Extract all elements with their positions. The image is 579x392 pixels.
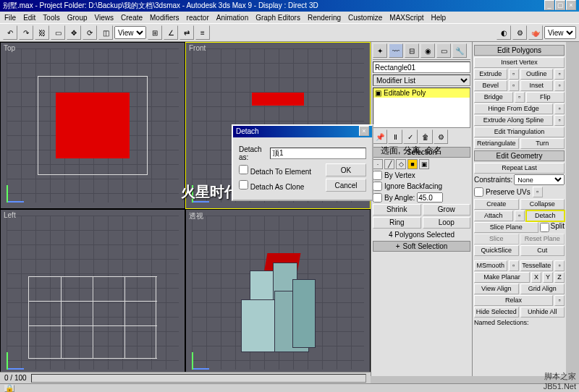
insert-vertex-button[interactable]: Insert Vertex (474, 57, 565, 68)
split-checkbox[interactable] (540, 222, 549, 233)
view-align-button[interactable]: View Align (474, 284, 519, 294)
create-tab-icon[interactable]: ✦ (373, 43, 387, 58)
edge-subobj-icon[interactable]: ╱ (384, 159, 394, 169)
link-icon[interactable]: ⛓ (35, 25, 49, 40)
polygon-subobj-icon[interactable]: ■ (407, 159, 418, 169)
modifier-list-dropdown[interactable]: Modifier List (373, 74, 470, 86)
close-button[interactable]: × (566, 0, 576, 10)
cut-button[interactable]: Cut (520, 245, 565, 256)
render-view-dropdown[interactable]: View (544, 26, 576, 39)
viewport-left[interactable]: Left (0, 209, 185, 376)
select-icon[interactable]: ▭ (51, 25, 65, 40)
menu-customize[interactable]: Customize (348, 14, 382, 22)
bevel-settings-icon[interactable]: ▫ (509, 80, 519, 91)
snap-icon[interactable]: ⊞ (148, 25, 162, 40)
by-vertex-checkbox[interactable] (373, 171, 382, 180)
make-planar-button[interactable]: Make Planar (474, 272, 530, 283)
menu-tools[interactable]: Tools (43, 14, 59, 22)
lock-icon[interactable]: 🔒 (4, 385, 14, 392)
pin-stack-icon[interactable]: 📌 (373, 129, 387, 144)
inset-button[interactable]: Inset (520, 80, 554, 91)
view-dropdown[interactable]: View (114, 26, 146, 39)
remove-mod-icon[interactable]: 🗑 (418, 129, 433, 144)
scale-icon[interactable]: ◫ (98, 25, 113, 40)
constraints-dropdown[interactable]: None (514, 174, 565, 185)
bridge-button[interactable]: Bridge (474, 92, 513, 103)
flip-button[interactable]: Flip (526, 92, 565, 103)
shrink-button[interactable]: Shrink (373, 204, 421, 216)
preserve-uvs-checkbox[interactable] (474, 187, 483, 197)
display-tab-icon[interactable]: ▭ (436, 43, 451, 58)
show-end-icon[interactable]: Ⅱ (388, 129, 402, 144)
utilities-tab-icon[interactable]: 🔧 (452, 43, 467, 58)
move-icon[interactable]: ✥ (67, 25, 81, 40)
menu-file[interactable]: File (4, 14, 16, 22)
menu-edit[interactable]: Edit (23, 14, 35, 22)
redo-icon[interactable]: ↷ (19, 25, 33, 40)
relax-button[interactable]: Relax (474, 295, 553, 306)
outline-button[interactable]: Outline (520, 69, 554, 80)
vertex-subobj-icon[interactable]: · (373, 159, 383, 169)
by-angle-checkbox[interactable] (373, 193, 382, 203)
minimize-button[interactable]: _ (544, 0, 554, 10)
planar-y-button[interactable]: Y (543, 272, 553, 283)
bevel-button[interactable]: Bevel (474, 80, 507, 91)
unique-icon[interactable]: ✓ (403, 129, 418, 144)
inset-settings-icon[interactable]: ▫ (554, 80, 565, 91)
preserve-uvs-settings-icon[interactable]: ▫ (533, 187, 543, 197)
angle-input[interactable] (417, 192, 443, 203)
retriangulate-button[interactable]: Retriangulate (474, 138, 519, 149)
mirror-icon[interactable]: ⇄ (179, 25, 194, 40)
planar-z-button[interactable]: Z (554, 272, 565, 283)
grid-align-button[interactable]: Grid Align (520, 284, 565, 294)
element-subobj-icon[interactable]: ▣ (419, 159, 429, 169)
undo-icon[interactable]: ↶ (3, 25, 17, 40)
ring-button[interactable]: Ring (373, 217, 421, 229)
rollout-soft-selection[interactable]: +Soft Selection (373, 241, 470, 252)
create-button[interactable]: Create (474, 199, 519, 210)
hinge-button[interactable]: Hinge From Edge (474, 103, 553, 114)
tessellate-settings-icon[interactable]: ▫ (554, 260, 565, 271)
render-icon[interactable]: 🫖 (528, 25, 543, 40)
hide-selected-button[interactable]: Hide Selected (474, 307, 519, 318)
detach-as-clone-checkbox[interactable] (239, 180, 248, 189)
outline-settings-icon[interactable]: ▫ (554, 69, 565, 80)
angle-snap-icon[interactable]: ∠ (164, 25, 178, 40)
menu-maxscript[interactable]: MAXScript (389, 14, 423, 22)
border-subobj-icon[interactable]: ◇ (396, 159, 406, 169)
tessellate-button[interactable]: Tessellate (520, 260, 554, 271)
quickslice-button[interactable]: QuickSlice (474, 245, 519, 256)
slice-plane-button[interactable]: Slice Plane (474, 222, 538, 233)
edit-polygons-header[interactable]: Edit Polygons (474, 45, 565, 56)
rotate-icon[interactable]: ⟳ (83, 25, 97, 40)
attach-button[interactable]: Attach (474, 210, 513, 221)
loop-button[interactable]: Loop (423, 217, 471, 229)
detach-to-element-checkbox[interactable] (239, 165, 248, 174)
expand-icon[interactable]: ▣ (375, 89, 381, 97)
menu-modifiers[interactable]: Modifiers (150, 14, 179, 22)
menu-group[interactable]: Group (67, 14, 88, 22)
repeat-last-button[interactable]: Repeat Last (474, 163, 565, 174)
maximize-button[interactable]: ▢ (555, 0, 565, 10)
motion-tab-icon[interactable]: ◉ (420, 43, 435, 58)
relax-settings-icon[interactable]: ▫ (554, 295, 565, 306)
align-icon[interactable]: ≡ (195, 25, 210, 40)
config-icon[interactable]: ⚙ (434, 129, 448, 144)
extrude-spline-settings-icon[interactable]: ▫ (554, 115, 565, 126)
extrude-settings-icon[interactable]: ▫ (509, 69, 519, 80)
menu-help[interactable]: Help (431, 14, 447, 22)
stack-editable-poly[interactable]: ▣ Editable Poly (373, 88, 470, 98)
menu-grapheditors[interactable]: Graph Editors (255, 14, 300, 22)
detach-button[interactable]: Detach (526, 210, 565, 221)
attach-list-icon[interactable]: ▫ (515, 210, 525, 221)
menu-rendering[interactable]: Rendering (308, 14, 341, 22)
modifier-stack[interactable]: ▣ Editable Poly (373, 88, 470, 128)
menu-views[interactable]: Views (95, 14, 114, 22)
dialog-ok-button[interactable]: OK (326, 163, 366, 176)
extrude-button[interactable]: Extrude (474, 69, 507, 80)
material-editor-icon[interactable]: ◐ (496, 25, 511, 40)
turn-button[interactable]: Turn (520, 138, 565, 149)
grow-button[interactable]: Grow (423, 204, 471, 216)
menu-animation[interactable]: Animation (216, 14, 248, 22)
bridge-settings-icon[interactable]: ▫ (515, 92, 525, 103)
